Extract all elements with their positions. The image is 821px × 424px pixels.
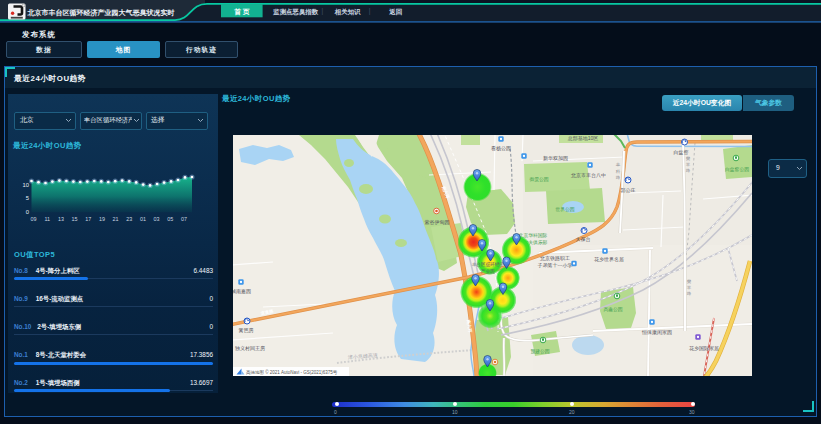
svg-text:郭公庄: 郭公庄 bbox=[621, 187, 636, 194]
svg-text:相关知识: 相关知识 bbox=[334, 8, 361, 16]
svg-text:白盆窑: 白盆窑 bbox=[674, 149, 689, 156]
svg-text:|: | bbox=[369, 7, 371, 15]
svg-text:新华双加园: 新华双加园 bbox=[543, 155, 568, 162]
svg-text:11: 11 bbox=[44, 216, 50, 222]
svg-text:科: 科 bbox=[616, 169, 621, 174]
svg-text:高德地图 © 2021 AutoNavi - GS(2021: 高德地图 © 2021 AutoNavi - GS(2021)6375号 bbox=[246, 369, 338, 375]
svg-text:路: 路 bbox=[616, 175, 621, 180]
svg-text:17: 17 bbox=[85, 216, 91, 222]
svg-text:御景公园: 御景公园 bbox=[529, 177, 548, 182]
svg-text:紫谷伊甸园: 紫谷伊甸园 bbox=[425, 219, 450, 226]
svg-text:首 页: 首 页 bbox=[233, 8, 249, 16]
svg-text:07: 07 bbox=[181, 216, 187, 222]
svg-text:13: 13 bbox=[58, 216, 64, 222]
svg-text:19: 19 bbox=[99, 216, 105, 222]
svg-text:21: 21 bbox=[113, 216, 119, 222]
svg-text:花乡国际家居: 花乡国际家居 bbox=[689, 345, 719, 352]
svg-text:羊: 羊 bbox=[687, 285, 692, 290]
svg-text:独义村回王房: 独义村回王房 bbox=[235, 345, 265, 352]
svg-text:恒保康闲家园: 恒保康闲家园 bbox=[641, 329, 672, 336]
svg-text:09: 09 bbox=[31, 216, 37, 222]
svg-text:丰台区循环经济: 丰台区循环经济 bbox=[472, 261, 505, 268]
svg-text:|: | bbox=[321, 7, 323, 15]
svg-text:北京市丰台区循环经济产业园大气恶臭状况实时: 北京市丰台区循环经济产业园大气恶臭状况实时 bbox=[27, 8, 175, 17]
svg-text:5: 5 bbox=[26, 195, 29, 201]
svg-text:0: 0 bbox=[26, 209, 29, 215]
svg-text:篱笆房: 篱笆房 bbox=[239, 327, 254, 333]
svg-text:白盆窑公园: 白盆窑公园 bbox=[725, 166, 749, 172]
svg-text:大葆台: 大葆台 bbox=[576, 236, 591, 242]
svg-text:羊: 羊 bbox=[686, 162, 691, 167]
svg-text:路: 路 bbox=[687, 291, 692, 296]
svg-text:樊: 樊 bbox=[686, 156, 691, 161]
svg-text:路: 路 bbox=[686, 168, 691, 173]
svg-text:高鑫公园: 高鑫公园 bbox=[603, 306, 622, 312]
svg-text:23: 23 bbox=[126, 216, 132, 222]
svg-text:01: 01 bbox=[140, 216, 146, 222]
svg-text:03: 03 bbox=[154, 216, 160, 222]
svg-text:05: 05 bbox=[167, 216, 173, 222]
svg-text:北京铁路职工: 北京铁路职工 bbox=[540, 255, 570, 262]
svg-text:城南嘉园: 城南嘉园 bbox=[233, 288, 251, 295]
svg-text:樊: 樊 bbox=[687, 279, 692, 284]
svg-text:10: 10 bbox=[23, 182, 29, 188]
svg-text:返回: 返回 bbox=[388, 8, 402, 16]
svg-text:15: 15 bbox=[72, 216, 78, 222]
svg-text:监测点恶臭指数: 监测点恶臭指数 bbox=[272, 8, 318, 16]
svg-text:北京市丰台八中: 北京市丰台八中 bbox=[571, 172, 606, 179]
svg-text:子弟第十一小学: 子弟第十一小学 bbox=[538, 262, 573, 269]
svg-text:看杨公园: 看杨公园 bbox=[491, 145, 511, 152]
svg-text:丰: 丰 bbox=[616, 162, 621, 167]
svg-text:花乡世界名居: 花乡世界名居 bbox=[594, 256, 624, 263]
svg-text:世界公园: 世界公园 bbox=[554, 207, 574, 212]
